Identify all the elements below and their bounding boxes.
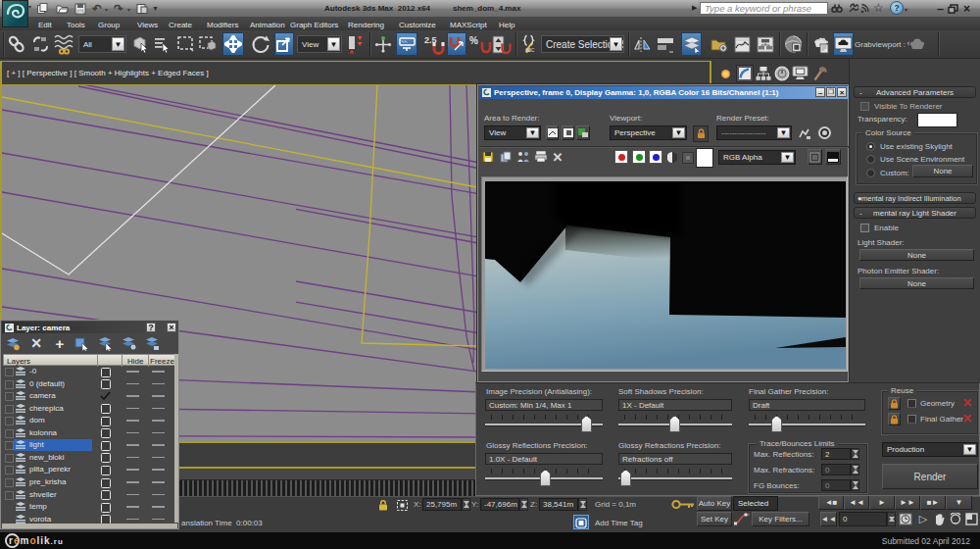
svg-text:ABC: ABC xyxy=(525,48,535,53)
